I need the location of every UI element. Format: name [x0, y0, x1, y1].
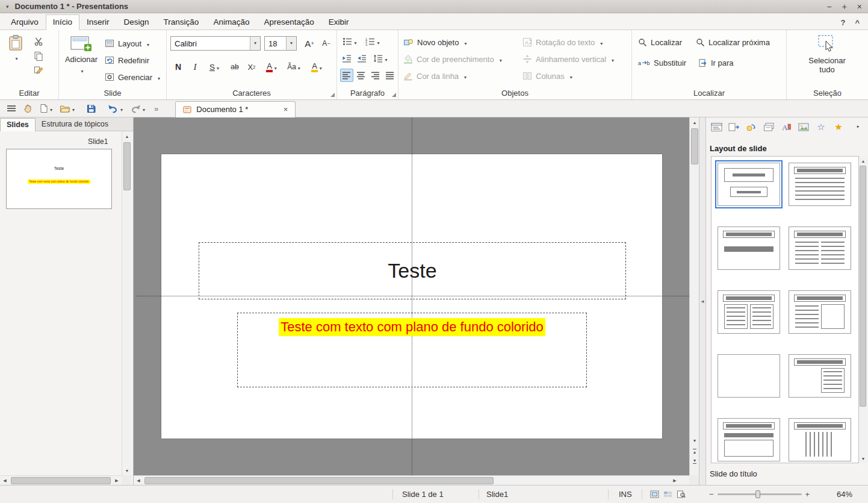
new-document-dropdown-icon[interactable]	[50, 105, 52, 113]
slide-panel-vertical-scrollbar[interactable]	[122, 131, 131, 475]
tab-slides[interactable]: Slides	[0, 118, 36, 131]
open-dropdown-icon[interactable]	[72, 105, 75, 113]
layout-thumbnail-title-2content-boxed[interactable]	[718, 290, 780, 334]
menu-tab-design[interactable]: Design	[117, 14, 157, 30]
open-document-button[interactable]	[58, 101, 76, 116]
close-button[interactable]: ×	[857, 2, 862, 11]
find-next-button[interactable]: Localizar próxima	[696, 35, 770, 49]
underline-dropdown-icon[interactable]	[217, 63, 219, 71]
grow-font-button[interactable]: A+	[302, 36, 317, 51]
fill-color-dropdown-icon[interactable]	[500, 55, 502, 63]
decrease-indent-button[interactable]	[355, 52, 368, 65]
increase-indent-button[interactable]	[340, 52, 353, 65]
replace-button[interactable]: ab Substituir	[638, 55, 686, 70]
gallery-icon[interactable]	[797, 121, 810, 133]
vertical-align-dropdown-icon[interactable]	[612, 55, 614, 63]
superscript-subscript-button[interactable]: X2	[244, 59, 259, 75]
scroll-up-button[interactable]	[690, 117, 699, 127]
columns-dropdown-icon[interactable]	[570, 72, 572, 80]
columns-button[interactable]: Colunas	[522, 69, 572, 83]
styles-icon[interactable]: A	[780, 121, 793, 133]
clone-formatting-button[interactable]	[31, 64, 46, 77]
scroll-right-button[interactable]	[670, 476, 680, 485]
undo-dropdown-icon[interactable]	[120, 105, 123, 113]
layout-thumbnail-centered-text[interactable]	[718, 227, 780, 270]
line-spacing-dropdown-icon[interactable]	[385, 55, 387, 63]
scroll-left-button[interactable]	[134, 476, 143, 485]
collapse-ribbon-button[interactable]: ^	[855, 18, 860, 27]
minimize-button[interactable]: −	[826, 2, 831, 11]
copy-button[interactable]	[31, 49, 46, 63]
scroll-left-button[interactable]	[0, 476, 10, 486]
zoom-in-icon[interactable]	[805, 490, 810, 499]
slide-thumbnail[interactable]: Teste Teste com texto com plano de fundo…	[6, 149, 112, 209]
scroll-down-button[interactable]	[690, 436, 699, 445]
sidebar-toggle-handle[interactable]	[699, 117, 706, 485]
master-slides-icon[interactable]	[762, 121, 775, 133]
caracteres-dialog-launcher-icon[interactable]	[330, 93, 335, 97]
font-color-dropdown-icon[interactable]	[274, 63, 277, 71]
scrollbar-thumb[interactable]	[691, 128, 698, 164]
change-case-button[interactable]: Ãa	[284, 59, 304, 75]
vertical-align-button[interactable]: Alinhamento vertical	[522, 52, 614, 66]
previous-slide-button[interactable]	[690, 446, 699, 456]
layout-dropdown-icon[interactable]	[147, 40, 149, 48]
window-menu-icon[interactable]: ▾	[6, 4, 9, 10]
canvas-vertical-scrollbar[interactable]	[689, 117, 699, 475]
menu-tab-inserir[interactable]: Inserir	[79, 14, 117, 30]
new-object-dropdown-icon[interactable]	[464, 39, 467, 46]
view-grid-icon[interactable]	[662, 486, 673, 503]
zoom-track[interactable]	[718, 493, 802, 495]
add-slide-dropdown-icon[interactable]	[81, 66, 83, 74]
font-color-button[interactable]: A	[261, 59, 282, 75]
bullet-list-button[interactable]	[340, 35, 359, 48]
align-right-button[interactable]	[369, 69, 382, 82]
content-placeholder[interactable]: Teste com texto com plano de fundo color…	[237, 313, 587, 387]
slide-transition-icon[interactable]	[727, 121, 740, 133]
bold-button[interactable]: N	[170, 59, 186, 75]
redo-button[interactable]	[128, 101, 147, 116]
scroll-right-button[interactable]	[112, 476, 122, 486]
next-slide-button[interactable]	[690, 456, 699, 466]
scroll-up-button[interactable]	[859, 156, 867, 166]
layout-thumbnail-title-slide[interactable]	[718, 163, 780, 206]
font-size-combo[interactable]: 18	[264, 36, 297, 51]
menu-tab-arquivo[interactable]: Arquivo	[4, 14, 46, 30]
text-rotation-dropdown-icon[interactable]	[600, 39, 603, 46]
strikethrough-button[interactable]: ab	[227, 59, 243, 75]
scrollbar-thumb[interactable]	[144, 477, 494, 484]
zoom-slider-thumb[interactable]	[755, 490, 760, 498]
font-size-dropdown-icon[interactable]	[286, 37, 296, 50]
undo-button[interactable]	[106, 101, 125, 116]
zoom-page-icon[interactable]	[675, 486, 686, 503]
text-rotation-button[interactable]: A Rotação do texto	[522, 35, 603, 49]
goto-button[interactable]: Ir para	[698, 55, 734, 70]
fit-slide-icon[interactable]	[649, 486, 660, 503]
layout-thumbnail-title-2content[interactable]	[789, 227, 851, 270]
sidebar-menu-dropdown-icon[interactable]	[851, 121, 864, 133]
manage-slides-button[interactable]: Gerenciar	[105, 70, 160, 84]
scroll-up-button[interactable]	[122, 131, 132, 141]
font-name-combo[interactable]: Calibri	[170, 36, 261, 51]
star-icon[interactable]: ★	[832, 121, 845, 133]
scrollbar-thumb[interactable]	[860, 166, 866, 407]
paste-dropdown-icon[interactable]	[15, 54, 17, 61]
manage-dropdown-icon[interactable]	[158, 73, 160, 81]
cut-button[interactable]	[31, 35, 46, 48]
layout-thumbnail-title-content-content[interactable]	[789, 290, 851, 334]
document-tab[interactable]: Documento 1 * ×	[175, 101, 296, 117]
tab-outline[interactable]: Estrutura de tópicos	[36, 118, 114, 131]
layout-thumbnail-blank[interactable]	[718, 354, 780, 398]
shrink-font-button[interactable]: A−	[318, 36, 334, 51]
maximize-button[interactable]: +	[842, 2, 847, 11]
layout-thumbnail-title-content-over-content[interactable]	[718, 418, 780, 461]
sidebar-scrollbar[interactable]	[859, 156, 867, 463]
properties-icon[interactable]	[710, 121, 723, 133]
align-left-button[interactable]	[340, 69, 353, 82]
layout-button[interactable]: Layout	[105, 36, 149, 51]
numbered-list-dropdown-icon[interactable]	[377, 38, 379, 46]
star-outline-icon[interactable]: ☆	[814, 121, 828, 133]
save-button[interactable]	[85, 101, 98, 116]
scrollbar-thumb[interactable]	[11, 477, 111, 484]
pan-tool-button[interactable]	[22, 101, 34, 116]
